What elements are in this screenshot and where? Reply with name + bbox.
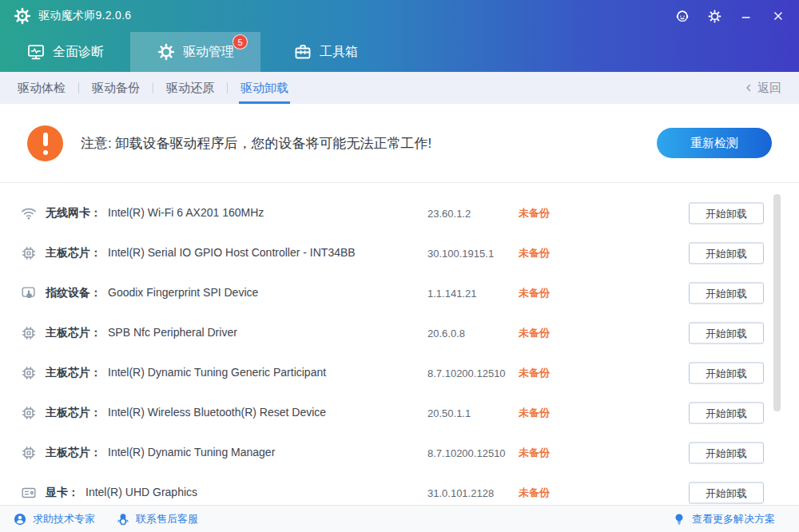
footer: 求助技术专家 联系售后客服 <box>0 505 799 532</box>
backup-status: 未备份 <box>519 246 550 260</box>
driver-row: 指纹设备： Goodix Fingerprint SPI Device 1.1.… <box>0 273 799 313</box>
tab-full-diagnosis[interactable]: 全面诊断 <box>0 32 130 72</box>
more-solutions-link[interactable]: 查看更多解决方案 <box>672 512 775 526</box>
footer-link-label: 查看更多解决方案 <box>692 512 775 526</box>
uninstall-button[interactable]: 开始卸载 <box>689 283 764 304</box>
warning-exclamation-icon <box>27 125 63 161</box>
back-label: 返回 <box>757 81 781 96</box>
driver-label: 主板芯片： Intel(R) Serial IO GPIO Host Contr… <box>46 246 356 260</box>
warning-text: 注意: 卸载设备驱动程序后，您的设备将可能无法正常工作! <box>81 134 431 153</box>
uninstall-button[interactable]: 开始卸载 <box>689 363 764 384</box>
driver-version: 23.60.1.2 <box>427 208 471 220</box>
notification-badge: 5 <box>233 34 248 50</box>
lightbulb-icon <box>672 512 686 526</box>
uninstall-button[interactable]: 开始卸载 <box>689 203 764 224</box>
tab-label: 驱动管理 <box>183 44 234 61</box>
monitor-icon <box>26 42 46 62</box>
backup-status: 未备份 <box>519 446 550 460</box>
close-icon[interactable] <box>770 8 786 24</box>
driver-category: 指纹设备： <box>46 286 101 300</box>
main-tab-bar: 全面诊断 <box>0 32 799 72</box>
uninstall-button[interactable]: 开始卸载 <box>689 443 764 464</box>
ask-expert-link[interactable]: 求助技术专家 <box>13 512 95 526</box>
backup-status: 未备份 <box>519 406 550 420</box>
driver-version: 30.100.1915.1 <box>427 248 494 260</box>
subtab-label: 驱动体检 <box>18 81 66 96</box>
subtab-driver-uninstall[interactable]: 驱动卸载 <box>228 72 301 104</box>
wifi-icon <box>20 204 38 222</box>
driver-version: 20.6.0.8 <box>427 328 465 339</box>
driver-category: 显卡： <box>46 486 79 500</box>
driver-version: 8.7.10200.12510 <box>427 447 506 459</box>
subtab-driver-backup[interactable]: 驱动备份 <box>79 72 153 104</box>
header: 驱动魔术师9.2.0.6 <box>0 0 799 72</box>
chip-icon <box>20 244 38 262</box>
toolbox-icon <box>293 42 312 62</box>
subtab-driver-checkup[interactable]: 驱动体检 <box>18 72 78 104</box>
backup-status: 未备份 <box>519 206 550 220</box>
back-button[interactable]: 返回 <box>744 81 781 96</box>
scrollbar-thumb[interactable] <box>773 194 781 411</box>
subtab-driver-restore[interactable]: 驱动还原 <box>153 72 227 104</box>
warning-banner: 注意: 卸载设备驱动程序后，您的设备将可能无法正常工作! 重新检测 <box>0 104 799 183</box>
driver-name: SPB Nfc Peripheral Driver <box>108 326 237 339</box>
driver-row: 无线网卡： Intel(R) Wi-Fi 6 AX201 160MHz 23.6… <box>0 193 799 233</box>
driver-category: 无线网卡： <box>46 206 101 220</box>
driver-row: 显卡： Intel(R) UHD Graphics 31.0.101.2128 … <box>0 473 799 505</box>
driver-label: 显卡： Intel(R) UHD Graphics <box>46 486 197 500</box>
chevron-left-icon <box>744 83 753 93</box>
tab-toolbox[interactable]: 工具箱 <box>260 32 391 72</box>
driver-row: 主板芯片： SPB Nfc Peripheral Driver 20.6.0.8… <box>0 313 799 353</box>
sub-tab-bar: 驱动体检 驱动备份 驱动还原 驱动卸载 返回 <box>0 72 799 104</box>
driver-category: 主板芯片： <box>46 326 101 340</box>
uninstall-button[interactable]: 开始卸载 <box>689 403 764 424</box>
driver-version: 20.50.1.1 <box>427 407 471 419</box>
driver-label: 主板芯片： Intel(R) Dynamic Tuning Manager <box>46 446 275 460</box>
minimize-icon[interactable] <box>738 8 754 24</box>
driver-version: 8.7.10200.12510 <box>427 367 506 379</box>
settings-gear-icon[interactable] <box>706 8 722 24</box>
support-headset-icon[interactable] <box>674 8 690 24</box>
fingerprint-device-icon <box>20 284 38 302</box>
driver-category: 主板芯片： <box>46 246 101 260</box>
driver-name: Intel(R) Dynamic Tuning Manager <box>108 446 275 459</box>
uninstall-button[interactable]: 开始卸载 <box>689 243 764 264</box>
app-logo-gear-icon <box>13 6 32 26</box>
tab-label: 全面诊断 <box>53 44 104 61</box>
driver-label: 主板芯片： SPB Nfc Peripheral Driver <box>46 326 237 340</box>
chip-icon <box>20 404 38 422</box>
driver-name: Intel(R) Wi-Fi 6 AX201 160MHz <box>108 206 264 219</box>
contact-service-link[interactable]: 联系售后客服 <box>116 512 198 526</box>
chip-icon <box>20 324 38 342</box>
driver-name: Intel(R) Dynamic Tuning Generic Particip… <box>108 366 326 379</box>
driver-version: 31.0.101.2128 <box>427 487 494 499</box>
rescan-button[interactable]: 重新检测 <box>657 128 772 158</box>
subtab-label: 驱动还原 <box>166 81 214 96</box>
footer-link-label: 联系售后客服 <box>136 512 198 526</box>
subtab-label: 驱动卸载 <box>240 81 288 96</box>
driver-label: 无线网卡： Intel(R) Wi-Fi 6 AX201 160MHz <box>46 206 264 220</box>
app-title: 驱动魔术师9.2.0.6 <box>38 9 131 23</box>
driver-row: 主板芯片： Intel(R) Serial IO GPIO Host Contr… <box>0 233 799 273</box>
subtab-label: 驱动备份 <box>92 81 140 96</box>
footer-link-label: 求助技术专家 <box>33 512 95 526</box>
driver-row: 主板芯片： Intel(R) Dynamic Tuning Manager 8.… <box>0 433 799 473</box>
window-controls <box>674 8 786 24</box>
driver-name: Goodix Fingerprint SPI Device <box>108 286 258 299</box>
chip-icon <box>20 364 38 382</box>
driver-label: 主板芯片： Intel(R) Dynamic Tuning Generic Pa… <box>46 366 326 380</box>
title-bar: 驱动魔术师9.2.0.6 <box>0 0 799 32</box>
driver-name: Intel(R) Serial IO GPIO Host Controller … <box>108 246 356 259</box>
qq-penguin-icon <box>116 512 130 526</box>
driver-category: 主板芯片： <box>46 406 101 420</box>
driver-category: 主板芯片： <box>46 366 101 380</box>
tab-label: 工具箱 <box>320 44 358 61</box>
uninstall-button[interactable]: 开始卸载 <box>689 323 764 344</box>
uninstall-button[interactable]: 开始卸载 <box>689 482 764 504</box>
driver-label: 指纹设备： Goodix Fingerprint SPI Device <box>46 286 258 300</box>
tab-driver-management[interactable]: 驱动管理 5 <box>130 32 260 72</box>
driver-name: Intel(R) Wireless Bluetooth(R) Reset Dev… <box>108 406 326 419</box>
chip-icon <box>20 444 38 462</box>
app-window: 驱动魔术师9.2.0.6 <box>0 0 799 532</box>
backup-status: 未备份 <box>519 366 550 380</box>
